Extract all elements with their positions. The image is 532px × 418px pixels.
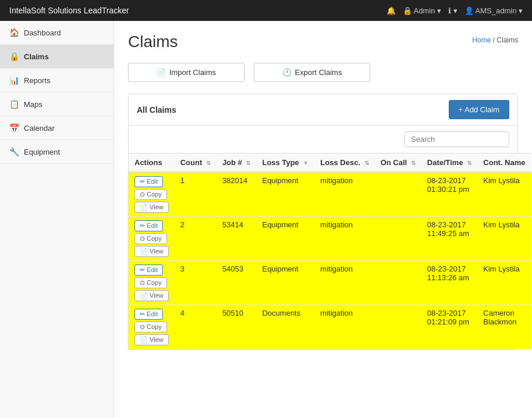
loss-type-sort-icon[interactable]: ▼ (303, 160, 308, 166)
copy-button[interactable]: ⊙ Copy (134, 277, 167, 288)
admin-menu[interactable]: 🔒 Admin ▾ (403, 6, 441, 15)
edit-button[interactable]: ✏ Edit (134, 309, 163, 320)
view-button[interactable]: 📄 View (134, 334, 169, 345)
on-call-sort-icon[interactable]: ⇅ (411, 160, 416, 166)
action-buttons: ✏ Edit ⊙ Copy 📄 View (134, 309, 169, 345)
breadcrumb-home[interactable]: Home (472, 36, 491, 44)
cell-actions: ✏ Edit ⊙ Copy 📄 View (129, 261, 175, 305)
copy-button[interactable]: ⊙ Copy (134, 189, 167, 200)
job-sort-icon[interactable]: ⇅ (246, 160, 250, 166)
search-area (129, 126, 517, 153)
sidebar-label-dashboard: Dashboard (24, 28, 61, 37)
table-row: ✏ Edit ⊙ Copy 📄 View 253414Equipmentmiti… (129, 217, 531, 261)
sidebar-item-equipment[interactable]: 🔧 Equipment (0, 140, 114, 164)
loss-desc-sort-icon[interactable]: ⇅ (364, 160, 369, 166)
file-icon: 📄 (157, 68, 166, 77)
sidebar-label-claims: Claims (24, 52, 49, 61)
view-button[interactable]: 📄 View (134, 202, 169, 213)
claims-panel-header: All Claims + Add Claim (129, 94, 517, 126)
cell-loss-desc: mitigation (314, 305, 374, 349)
sidebar-item-calendar[interactable]: 📅 Calendar (0, 116, 114, 140)
sidebar-label-reports: Reports (24, 76, 51, 85)
action-buttons: ✏ Edit ⊙ Copy 📄 View (134, 176, 169, 213)
cell-loss-desc: mitigation (314, 172, 374, 217)
clock-icon: 🕐 (282, 68, 292, 77)
export-claims-button[interactable]: 🕐 Export Claims (254, 63, 370, 82)
view-button[interactable]: 📄 View (134, 246, 169, 257)
app-brand: IntellaSoft Solutions LeadTracker (9, 6, 129, 15)
calendar-icon: 📅 (9, 123, 19, 133)
cell-count: 2 (175, 217, 217, 261)
cell-on-call (375, 172, 421, 217)
import-claims-button[interactable]: 📄 Import Claims (128, 63, 244, 82)
cell-cont-name: Kim Lystila (477, 261, 531, 305)
cell-count: 1 (175, 172, 217, 217)
cell-job: 382014 (217, 172, 257, 217)
page-title: Claims (128, 33, 178, 51)
sidebar: 🏠 Dashboard 🔒 Claims 📊 Reports 📋 Maps 📅 … (0, 21, 114, 418)
col-job: Job # ⇅ (217, 153, 257, 173)
topnav-right: 🔔 🔒 Admin ▾ ℹ ▾ 👤 AMS_admin ▾ (386, 6, 523, 15)
cell-on-call (375, 217, 421, 261)
cell-job: 50510 (217, 305, 257, 349)
claims-panel-title: All Claims (137, 105, 176, 115)
cell-on-call (375, 305, 421, 349)
sidebar-label-maps: Maps (24, 100, 42, 109)
cell-count: 4 (175, 305, 217, 349)
cell-loss-desc: mitigation (314, 217, 374, 261)
col-count: Count ⇅ (175, 153, 217, 173)
col-loss-desc: Loss Desc. ⇅ (314, 153, 374, 173)
info-menu[interactable]: ℹ ▾ (448, 6, 457, 15)
add-claim-button[interactable]: + Add Claim (449, 100, 509, 119)
cell-count: 3 (175, 261, 217, 305)
table-row: ✏ Edit ⊙ Copy 📄 View 1382014Equipmentmit… (129, 172, 531, 217)
cell-cont-name: Cameron Blackmon (477, 305, 531, 349)
main-layout: 🏠 Dashboard 🔒 Claims 📊 Reports 📋 Maps 📅 … (0, 21, 532, 418)
cell-loss-desc: mitigation (314, 261, 374, 305)
claims-table-body: ✏ Edit ⊙ Copy 📄 View 1382014Equipmentmit… (129, 172, 531, 349)
action-buttons-row: 📄 Import Claims 🕐 Export Claims (128, 63, 518, 82)
sidebar-item-reports[interactable]: 📊 Reports (0, 69, 114, 92)
datetime-sort-icon[interactable]: ⇅ (467, 160, 471, 166)
main-content: Claims Home / Claims 📄 Import Claims 🕐 E… (114, 21, 532, 418)
copy-button[interactable]: ⊙ Copy (134, 321, 167, 333)
cell-datetime: 08-23-2017 01:30:21 pm (421, 172, 478, 217)
chart-icon: 📊 (9, 76, 19, 85)
breadcrumb: Home / Claims (472, 36, 518, 44)
user-menu[interactable]: 👤 AMS_admin ▾ (464, 6, 523, 15)
cell-loss-type: Equipment (256, 172, 314, 217)
search-input[interactable] (405, 131, 509, 147)
count-sort-icon[interactable]: ⇅ (206, 160, 211, 166)
copy-button[interactable]: ⊙ Copy (134, 233, 167, 244)
edit-button[interactable]: ✏ Edit (134, 265, 163, 276)
sidebar-item-dashboard[interactable]: 🏠 Dashboard (0, 21, 114, 45)
cell-job: 54053 (217, 261, 257, 305)
lock-icon: 🔒 (9, 52, 19, 61)
view-button[interactable]: 📄 View (134, 290, 169, 301)
wrench-icon: 🔧 (9, 147, 19, 156)
cell-datetime: 08-23-2017 11:13:26 am (421, 261, 478, 305)
sidebar-item-maps[interactable]: 📋 Maps (0, 92, 114, 116)
col-loss-type: Loss Type ▼ (256, 153, 314, 173)
cell-job: 53414 (217, 217, 257, 261)
breadcrumb-current: Claims (496, 36, 518, 44)
cell-cont-name: Kim Lystila (477, 172, 531, 217)
edit-button[interactable]: ✏ Edit (134, 176, 163, 187)
action-buttons: ✏ Edit ⊙ Copy 📄 View (134, 220, 169, 257)
cell-loss-type: Equipment (256, 217, 314, 261)
col-datetime: Date/Time ⇅ (421, 153, 478, 173)
cell-datetime: 08-23-2017 01:21:09 pm (421, 305, 478, 349)
cell-cont-name: Kim Lystila (477, 217, 531, 261)
col-actions: Actions (129, 153, 175, 173)
sidebar-item-claims[interactable]: 🔒 Claims (0, 45, 114, 69)
cell-actions: ✏ Edit ⊙ Copy 📄 View (129, 305, 175, 349)
sidebar-label-equipment: Equipment (24, 148, 60, 156)
table-row: ✏ Edit ⊙ Copy 📄 View 450510Documentsmiti… (129, 305, 531, 349)
sidebar-label-calendar: Calendar (24, 124, 55, 133)
edit-button[interactable]: ✏ Edit (134, 220, 163, 231)
bell-icon[interactable]: 🔔 (386, 6, 396, 15)
cell-loss-type: Equipment (256, 261, 314, 305)
table-row: ✏ Edit ⊙ Copy 📄 View 354053Equipmentmiti… (129, 261, 531, 305)
col-cont-name: Cont. Name (477, 153, 531, 173)
cell-loss-type: Documents (256, 305, 314, 349)
